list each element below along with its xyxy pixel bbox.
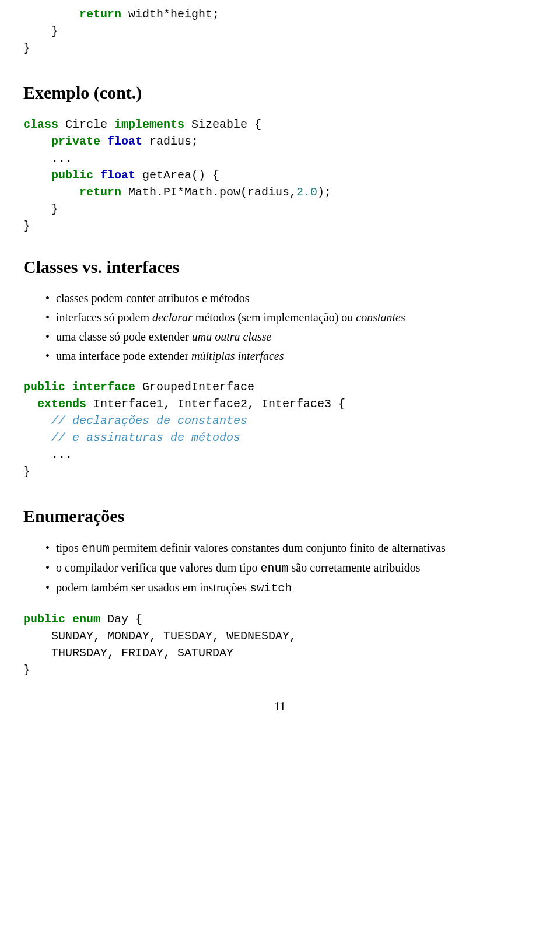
comment: // e assinaturas de métodos [51,431,240,444]
kw-interface: interface [72,380,135,394]
list-text: interfaces só podem [56,311,152,324]
code-line: return width*height; [23,8,219,21]
list-item: uma classe só pode extender uma outra cl… [46,328,537,345]
code-line: // declarações de constantes [23,414,247,428]
code-text [100,135,107,148]
code-text: Sizeable { [184,118,261,131]
kw-return: return [79,8,121,21]
code-line: SUNDAY, MONDAY, TUESDAY, WEDNESDAY, [23,629,296,643]
tt: enum [82,542,110,555]
code-line: } [23,219,30,233]
code-text: Math.PI*Math.pow(radius, [121,185,296,199]
list-item: classes podem conter atributos e métodos [46,290,537,307]
list-text: são corretamente atribuidos [288,561,420,574]
code-line: public float getArea() { [23,169,219,182]
code-block-circle: class Circle implements Sizeable { priva… [23,116,537,234]
code-line: private float radius; [23,135,198,148]
list-text: permitem definir valores constantes dum … [110,541,446,554]
code-line: } [23,41,30,55]
list-item: interfaces só podem declarar métodos (se… [46,309,537,326]
heading-classes-vs-interfaces: Classes vs. interfaces [23,254,537,280]
code-block-grouped-interface: public interface GroupedInterface extend… [23,379,537,480]
number-literal: 2.0 [296,185,317,199]
list-item: podem também ser usados em instruções sw… [46,579,537,597]
list-text: métodos (sem implementação) ou [192,311,356,324]
kw-float: float [107,135,142,148]
code-block-enum-day: public enum Day { SUNDAY, MONDAY, TUESDA… [23,611,537,678]
comment: // declarações de constantes [51,414,247,428]
ellipsis: ... [51,152,72,165]
tt: enum [260,562,288,575]
italic: constantes [356,311,405,324]
code-text [65,380,72,394]
code-line: } [23,663,30,677]
code-line: } [23,202,58,216]
list-text: uma interface pode extender [56,349,191,362]
kw-public: public [23,612,65,626]
kw-extends: extends [37,397,86,411]
code-line: } [23,465,30,478]
code-text: radius; [142,135,198,148]
list-text: o compilador verifica que valores dum ti… [56,561,260,574]
heading-exemplo-cont: Exemplo (cont.) [23,80,537,106]
italic: múltiplas interfaces [191,349,284,362]
list-text: classes podem conter atributos e métodos [56,292,250,304]
kw-class: class [23,118,58,131]
code-text: width*height; [121,8,219,21]
code-line: class Circle implements Sizeable { [23,118,261,131]
list-text: tipos [56,541,82,554]
list-item: tipos enum permitem definir valores cons… [46,540,537,557]
list-item: uma interface pode extender múltiplas in… [46,348,537,365]
code-line: THURSDAY, FRIDAY, SATURDAY [23,646,233,660]
code-text [65,612,72,626]
tt: switch [250,582,292,595]
kw-return: return [79,185,121,199]
list-item: o compilador verifica que valores dum ti… [46,559,537,577]
heading-enumeracoes: Enumerações [23,503,537,529]
code-line: } [23,24,58,38]
code-text: Day { [100,612,142,626]
kw-float: float [100,169,135,182]
code-text [93,169,100,182]
kw-public: public [51,169,93,182]
italic: uma outra classe [192,330,272,343]
list-text: podem também ser usados em instruções [56,581,250,594]
code-text: GroupedInterface [135,380,254,394]
italic: declarar [152,311,192,324]
code-text: Circle [58,118,114,131]
code-line: public enum Day { [23,612,142,626]
code-line: return Math.PI*Math.pow(radius,2.0); [23,185,331,199]
code-line: ... [23,152,72,165]
kw-public: public [23,380,65,394]
list-classes-vs-interfaces: classes podem conter atributos e métodos… [23,290,537,365]
code-text: ); [317,185,331,199]
page-number: 11 [23,698,537,715]
list-enum: tipos enum permitem definir valores cons… [23,540,537,597]
code-line: ... [23,448,72,461]
code-text: Interface1, Interface2, Interface3 { [86,397,345,411]
code-line: extends Interface1, Interface2, Interfac… [23,397,345,411]
kw-enum: enum [72,612,100,626]
code-line: // e assinaturas de métodos [23,431,240,444]
code-line: public interface GroupedInterface [23,380,254,394]
kw-private: private [51,135,100,148]
list-text: uma classe só pode extender [56,330,192,343]
code-text: getArea() { [135,169,219,182]
kw-implements: implements [114,118,184,131]
code-block-return: return width*height; } } [23,6,537,57]
